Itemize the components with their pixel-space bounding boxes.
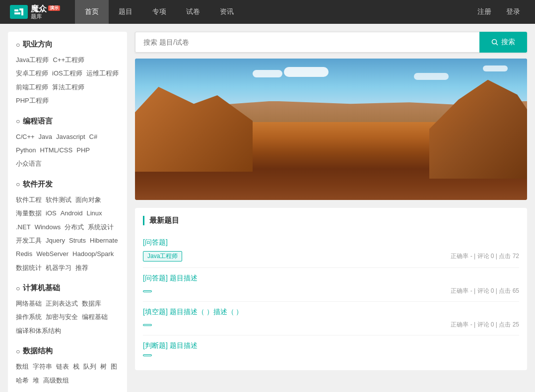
sidebar-link[interactable]: 正则表达式 bbox=[46, 298, 78, 309]
sidebar-link[interactable]: Android bbox=[61, 207, 83, 219]
sidebar-link[interactable]: Hibernate bbox=[90, 235, 118, 246]
sidebar-section-software: 软件开发 软件工程 软件测试 面向对象 海量数据 iOS Android Lin… bbox=[16, 180, 119, 273]
sidebar-link[interactable]: 安卓工程师 bbox=[16, 67, 48, 79]
nav-item-questions[interactable]: 题目 bbox=[109, 0, 142, 24]
nav-item-news[interactable]: 资讯 bbox=[210, 0, 244, 24]
sidebar-link[interactable]: 小众语言 bbox=[16, 158, 42, 169]
question-meta: 正确率 - | 评论 0 | 点击 25 bbox=[143, 321, 519, 329]
sidebar-link[interactable]: 运维工程师 bbox=[86, 67, 119, 79]
sidebar-link[interactable]: 编译和体系结构 bbox=[16, 325, 61, 336]
sidebar-link[interactable]: 开发工具 bbox=[16, 235, 42, 246]
sidebar-link[interactable]: C/C++ bbox=[16, 131, 35, 142]
sidebar-link[interactable]: C# bbox=[89, 131, 98, 142]
sidebar-section-data-structure: 数据结构 数组 字符串 链表 栈 队列 树 图 哈希 堆 高级数组 bbox=[16, 346, 119, 386]
sidebar-section-language: 编程语言 C/C++ Java Javascript C# Python HTM… bbox=[16, 117, 119, 170]
sidebar-link[interactable]: 编程基础 bbox=[82, 311, 108, 323]
question-title[interactable]: [问答题] bbox=[143, 238, 519, 247]
sidebar-link[interactable]: iOS bbox=[46, 207, 57, 219]
main-layout: 职业方向 Java工程师 C++工程师 安卓工程师 iOS工程师 运维工程师 前… bbox=[0, 24, 535, 392]
sidebar-link[interactable]: Java bbox=[39, 131, 52, 142]
question-item: [问答题] Java工程师 正确率 - | 评论 0 | 点击 72 bbox=[143, 232, 519, 268]
logo-text: 魔众 bbox=[31, 5, 47, 13]
sidebar-title-software: 软件开发 bbox=[16, 180, 119, 189]
sidebar-title-data-structure: 数据结构 bbox=[16, 346, 119, 356]
sidebar-links-data-structure: 数组 字符串 链表 栈 队列 树 图 哈希 堆 高级数组 bbox=[16, 361, 119, 386]
section-title: 最新题目 bbox=[143, 216, 519, 225]
sidebar-link[interactable]: 前端工程师 bbox=[16, 81, 48, 93]
carousel-image bbox=[135, 59, 527, 200]
sidebar-links-software: 软件工程 软件测试 面向对象 海量数据 iOS Android Linux .N… bbox=[16, 194, 119, 273]
sidebar-link[interactable]: Struts bbox=[69, 235, 86, 246]
question-tag bbox=[143, 324, 152, 326]
sidebar-link[interactable]: 加密与安全 bbox=[46, 311, 78, 323]
sidebar-link[interactable]: 操作系统 bbox=[16, 311, 42, 323]
logo-icon bbox=[10, 5, 28, 19]
sidebar-link[interactable]: 面向对象 bbox=[75, 194, 101, 205]
sidebar-links-cs-basics: 网络基础 正则表达式 数据库 操作系统 加密与安全 编程基础 编译和体系结构 bbox=[16, 298, 119, 336]
sidebar-link[interactable]: 链表 bbox=[56, 361, 69, 372]
sidebar-link[interactable]: Windows bbox=[35, 221, 61, 233]
question-item: [问答题] 题目描述 正确率 - | 评论 0 | 点击 65 bbox=[143, 268, 519, 302]
sidebar-link[interactable]: 栈 bbox=[73, 361, 79, 372]
sidebar-link[interactable]: 算法工程师 bbox=[52, 81, 84, 93]
nav-item-exam[interactable]: 试卷 bbox=[176, 0, 210, 24]
sidebar-link[interactable]: 数组 bbox=[16, 361, 29, 372]
main-nav: 首页 题目 专项 试卷 资讯 bbox=[75, 0, 244, 24]
sidebar-link[interactable]: 高级数组 bbox=[43, 375, 69, 386]
sidebar-link[interactable]: WebServer bbox=[36, 248, 68, 260]
sidebar-link[interactable]: 海量数据 bbox=[16, 207, 42, 219]
question-tag bbox=[143, 290, 152, 292]
nav-item-home[interactable]: 首页 bbox=[75, 0, 109, 24]
sidebar-link[interactable]: 哈希 bbox=[16, 375, 29, 386]
sidebar-link[interactable]: Hadoop/Spark bbox=[72, 248, 114, 260]
sidebar-link[interactable]: 字符串 bbox=[33, 361, 52, 372]
svg-line-1 bbox=[496, 44, 498, 46]
search-icon bbox=[491, 39, 498, 46]
carousel: ‹ › bbox=[135, 59, 527, 200]
question-tag bbox=[143, 354, 152, 356]
logo-sub: 题库 bbox=[31, 14, 60, 19]
nav-item-special[interactable]: 专项 bbox=[142, 0, 176, 24]
sidebar-link[interactable]: 树 bbox=[100, 361, 107, 372]
sidebar-links-language: C/C++ Java Javascript C# Python HTML/CSS… bbox=[16, 131, 119, 170]
content-area: 搜索 ‹ bbox=[135, 32, 527, 392]
question-item: [填空题] 题目描述（ ）描述（ ） 正确率 - | 评论 0 | 点击 25 bbox=[143, 302, 519, 335]
sidebar-link[interactable]: .NET bbox=[16, 221, 31, 233]
sidebar-link[interactable]: 机器学习 bbox=[46, 262, 71, 273]
sidebar-link[interactable]: 软件工程 bbox=[16, 194, 42, 205]
sidebar-link[interactable]: HTML/CSS bbox=[40, 144, 72, 156]
question-title[interactable]: [填空题] 题目描述（ ）描述（ ） bbox=[143, 308, 519, 317]
login-button[interactable]: 登录 bbox=[501, 5, 525, 18]
sidebar-link[interactable]: Python bbox=[16, 144, 36, 156]
sidebar-link[interactable]: Linux bbox=[86, 207, 102, 219]
search-input[interactable] bbox=[135, 32, 479, 53]
sidebar-link[interactable]: Java工程师 bbox=[16, 54, 49, 65]
sidebar-link[interactable]: 网络基础 bbox=[16, 298, 42, 309]
sidebar-link[interactable]: C++工程师 bbox=[53, 54, 84, 65]
question-title[interactable]: [判断题] 题目描述 bbox=[143, 341, 519, 350]
sidebar-link[interactable]: 分布式 bbox=[65, 221, 84, 233]
sidebar-link[interactable]: Jquery bbox=[46, 235, 65, 246]
register-button[interactable]: 注册 bbox=[472, 5, 496, 18]
sidebar-link[interactable]: PHP bbox=[76, 144, 90, 156]
sidebar-link[interactable]: 系统设计 bbox=[88, 221, 114, 233]
sidebar-title-cs-basics: 计算机基础 bbox=[16, 283, 119, 293]
sidebar-link[interactable]: 数据统计 bbox=[16, 262, 42, 273]
sidebar-link[interactable]: PHP工程师 bbox=[16, 95, 49, 106]
sidebar-link[interactable]: 数据库 bbox=[82, 298, 101, 309]
sidebar-link[interactable]: 软件测试 bbox=[46, 194, 71, 205]
sidebar-link[interactable]: 推荐 bbox=[75, 262, 88, 273]
sidebar-section-cs-basics: 计算机基础 网络基础 正则表达式 数据库 操作系统 加密与安全 编程基础 编译和… bbox=[16, 283, 119, 336]
sidebar-link[interactable]: Redis bbox=[16, 248, 32, 260]
search-button[interactable]: 搜索 bbox=[479, 32, 527, 53]
header: 魔众 演示 题库 首页 题目 专项 试卷 资讯 注册 登录 bbox=[0, 0, 535, 24]
sidebar-link[interactable]: iOS工程师 bbox=[52, 67, 82, 79]
sidebar-link[interactable]: 图 bbox=[111, 361, 117, 372]
sidebar-link[interactable]: 队列 bbox=[83, 361, 96, 372]
sidebar: 职业方向 Java工程师 C++工程师 安卓工程师 iOS工程师 运维工程师 前… bbox=[8, 32, 127, 392]
sidebar-link[interactable]: Javascript bbox=[56, 131, 85, 142]
sidebar-link[interactable]: 堆 bbox=[33, 375, 39, 386]
logo[interactable]: 魔众 演示 题库 bbox=[10, 5, 60, 19]
question-tag[interactable]: Java工程师 bbox=[143, 251, 182, 261]
question-title[interactable]: [问答题] 题目描述 bbox=[143, 274, 519, 283]
